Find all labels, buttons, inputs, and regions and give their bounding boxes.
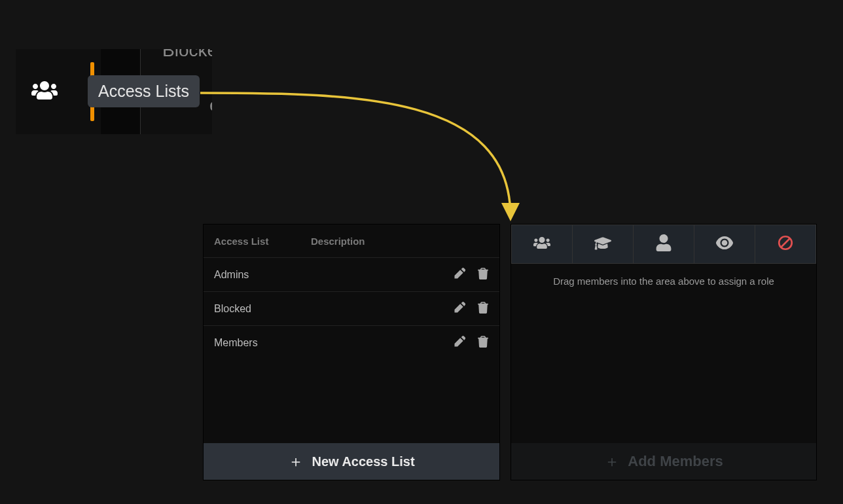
access-list-header: Access List Description <box>204 225 499 257</box>
col-header-description: Description <box>311 236 489 247</box>
plus-icon: ＋ <box>604 454 620 469</box>
users-icon <box>533 234 550 254</box>
role-tab-members[interactable] <box>634 225 694 263</box>
access-list-row[interactable]: Admins <box>204 257 499 291</box>
roles-drop-area[interactable] <box>511 293 816 443</box>
nav-partial-text-bottom: er <box>209 95 212 116</box>
svg-line-1 <box>781 239 790 247</box>
user-icon <box>655 234 672 254</box>
edit-icon[interactable] <box>454 268 465 282</box>
new-access-list-button[interactable]: ＋ New Access List <box>204 443 499 480</box>
tooltip-label: Access Lists <box>98 82 189 100</box>
role-tab-moderators[interactable] <box>573 225 634 263</box>
ban-icon <box>777 234 794 254</box>
plus-icon: ＋ <box>288 454 304 469</box>
access-list-name: Members <box>214 337 311 349</box>
access-list-name: Admins <box>214 269 311 281</box>
drag-hint-text: Drag members into the area above to assi… <box>511 264 816 293</box>
nav-partial-text-top: Blocked <box>162 49 212 61</box>
access-list-panel: Access List Description Admins Blocked M… <box>203 224 500 480</box>
trash-icon[interactable] <box>477 302 489 316</box>
annotation-arrow <box>196 89 537 226</box>
new-access-list-label: New Access List <box>312 454 414 469</box>
trash-icon[interactable] <box>477 336 489 350</box>
nav-access-lists-icon-button[interactable] <box>16 49 73 134</box>
edit-icon[interactable] <box>454 302 465 316</box>
graduation-cap-icon <box>594 234 611 254</box>
roles-panel: Drag members into the area above to assi… <box>511 224 817 480</box>
role-tab-blocked[interactable] <box>755 225 816 263</box>
col-header-name: Access List <box>214 236 311 247</box>
edit-icon[interactable] <box>454 336 465 350</box>
eye-icon <box>716 234 733 254</box>
role-tab-owners[interactable] <box>512 225 573 263</box>
add-members-label: Add Members <box>628 453 723 470</box>
panels-row: Access List Description Admins Blocked M… <box>203 224 817 480</box>
add-members-button[interactable]: ＋ Add Members <box>511 443 816 480</box>
role-tab-viewers[interactable] <box>694 225 755 263</box>
access-list-row[interactable]: Blocked <box>204 291 499 325</box>
access-list-row[interactable]: Members <box>204 325 499 359</box>
access-list-name: Blocked <box>214 303 311 315</box>
trash-icon[interactable] <box>477 268 489 282</box>
users-icon <box>31 77 58 106</box>
role-tabs <box>511 225 816 264</box>
nav-tooltip-access-lists: Access Lists <box>88 75 200 107</box>
